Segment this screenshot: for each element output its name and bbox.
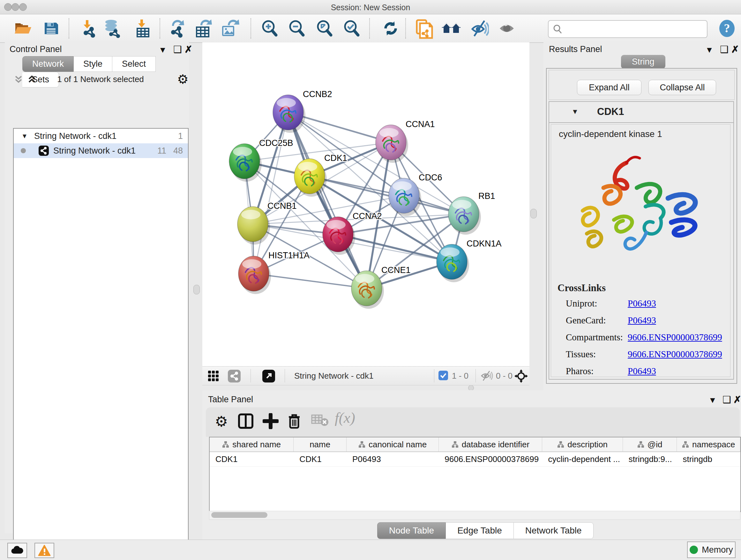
cloud-status-button[interactable] bbox=[7, 543, 27, 558]
column-header--id[interactable]: @id bbox=[623, 437, 677, 451]
zoom-out-button[interactable] bbox=[287, 19, 305, 38]
grid-view-icon[interactable] bbox=[207, 370, 219, 382]
column-header-name[interactable]: name bbox=[293, 437, 347, 451]
close-panel-icon[interactable]: ✗ bbox=[185, 44, 192, 55]
tab-select[interactable]: Select bbox=[112, 56, 156, 72]
table-horizontal-scrollbar[interactable] bbox=[209, 511, 740, 520]
float-panel-icon[interactable]: ❑ bbox=[720, 44, 729, 55]
crosslink-link[interactable]: P06493 bbox=[628, 298, 656, 309]
hierarchy-icon bbox=[637, 441, 644, 448]
table-cell[interactable]: P06493 bbox=[347, 452, 439, 466]
function-builder-icon[interactable]: f(x) bbox=[335, 409, 355, 426]
close-panel-icon[interactable]: ✗ bbox=[733, 394, 741, 405]
close-panel-icon[interactable]: ✗ bbox=[731, 44, 739, 55]
crosslink-link[interactable]: 9606.ENSP00000378699 bbox=[628, 349, 722, 360]
column-header-canonical-name[interactable]: canonical name bbox=[347, 437, 439, 451]
refresh-view-button[interactable] bbox=[382, 19, 400, 38]
search-input[interactable] bbox=[565, 23, 704, 35]
right-splitter-handle[interactable] bbox=[530, 209, 537, 219]
level-of-detail-button[interactable] bbox=[498, 19, 516, 38]
gene-section-header[interactable]: ▼ CDK1 bbox=[549, 102, 733, 123]
tab-node-table[interactable]: Node Table bbox=[377, 522, 446, 539]
detach-view-icon[interactable] bbox=[262, 370, 275, 382]
table-cell[interactable]: stringdb bbox=[677, 452, 740, 466]
tab-network[interactable]: Network bbox=[22, 56, 74, 72]
network-canvas[interactable]: CCNB2CCNA1CDC25BCDK1CDC6RB1CCNB1CCNA2CDK… bbox=[202, 43, 529, 366]
import-table-button[interactable] bbox=[133, 19, 151, 38]
network-view-share-icon[interactable] bbox=[228, 370, 241, 382]
show-columns-icon[interactable] bbox=[238, 413, 254, 429]
export-image-button[interactable] bbox=[220, 19, 238, 38]
tab-network-table[interactable]: Network Table bbox=[514, 522, 594, 539]
tab-edge-table[interactable]: Edge Table bbox=[446, 522, 514, 539]
network-node-cdc25b[interactable]: CDC25B bbox=[229, 138, 293, 182]
network-options-gear-icon[interactable]: ⚙ bbox=[177, 72, 189, 86]
network-node-ccnb2[interactable]: CCNB2 bbox=[273, 89, 332, 133]
table-row[interactable]: CDK1CDK1P064939606.ENSP00000378699cyclin… bbox=[210, 452, 740, 467]
zoom-selected-button[interactable] bbox=[342, 19, 360, 38]
left-splitter-handle[interactable] bbox=[193, 285, 200, 294]
delete-table-icon[interactable] bbox=[311, 413, 329, 427]
open-session-button[interactable] bbox=[13, 19, 31, 38]
save-session-button[interactable] bbox=[42, 19, 60, 38]
collapse-all-button[interactable]: Collapse All bbox=[649, 80, 716, 95]
column-header-description[interactable]: description bbox=[542, 437, 623, 451]
crosslink-row: GeneCard:P06493 bbox=[551, 312, 730, 329]
selected-checkbox-icon[interactable] bbox=[439, 371, 448, 380]
crosslink-link[interactable]: P06493 bbox=[628, 366, 656, 376]
float-panel-icon[interactable]: ❑ bbox=[723, 394, 731, 405]
table-cell[interactable]: CDK1 bbox=[210, 452, 293, 466]
import-network-button[interactable] bbox=[79, 19, 97, 38]
network-node-ccne1[interactable]: CCNE1 bbox=[351, 265, 411, 309]
network-graph[interactable]: CCNB2CCNA1CDC25BCDK1CDC6RB1CCNB1CCNA2CDK… bbox=[202, 43, 529, 366]
delete-column-trash-icon[interactable] bbox=[287, 413, 301, 429]
export-network-button[interactable] bbox=[168, 19, 186, 38]
table-cell[interactable]: stringdb:9... bbox=[623, 452, 677, 466]
tab-string[interactable]: String bbox=[621, 55, 665, 69]
panel-menu-icon[interactable]: ▼ bbox=[705, 45, 714, 55]
export-table-button[interactable] bbox=[194, 19, 212, 38]
panel-menu-icon[interactable]: ▼ bbox=[158, 45, 167, 55]
network-node-hist1h1a[interactable]: HIST1H1A bbox=[239, 251, 310, 294]
help-button[interactable]: ? bbox=[718, 19, 737, 38]
section-expander-icon[interactable]: ▼ bbox=[571, 108, 579, 116]
network-node-rb1[interactable]: RB1 bbox=[448, 191, 495, 235]
network-row[interactable]: String Network - cdk1 11 48 bbox=[14, 143, 188, 158]
collapse-all-icon[interactable] bbox=[14, 74, 23, 84]
network-node-cdkn1a[interactable]: CDKN1A bbox=[436, 239, 502, 282]
column-header-namespace[interactable]: namespace bbox=[677, 437, 740, 451]
panel-menu-icon[interactable]: ▼ bbox=[709, 395, 717, 405]
float-panel-icon[interactable]: ❑ bbox=[173, 44, 182, 55]
zoom-in-button[interactable] bbox=[260, 19, 278, 38]
network-node-cdc6[interactable]: CDC6 bbox=[389, 173, 442, 216]
hidden-eye-icon[interactable] bbox=[481, 370, 493, 381]
table-cell[interactable]: cyclin-dependent ... bbox=[542, 452, 623, 466]
scrollbar-thumb[interactable] bbox=[211, 512, 267, 518]
table-cell[interactable]: CDK1 bbox=[293, 452, 347, 466]
network-edge[interactable] bbox=[288, 112, 367, 288]
table-settings-gear-icon[interactable]: ⚙ bbox=[215, 413, 228, 430]
collection-expander-icon[interactable]: ▼ bbox=[21, 129, 28, 143]
zoom-fit-button[interactable] bbox=[315, 19, 333, 38]
add-column-icon[interactable] bbox=[263, 413, 279, 429]
column-header-shared-name[interactable]: shared name bbox=[210, 437, 293, 451]
import-database-button[interactable] bbox=[103, 19, 121, 38]
expand-all-button[interactable]: Expand All bbox=[577, 80, 642, 95]
memory-button[interactable]: Memory bbox=[687, 542, 736, 558]
node-label: CCNB2 bbox=[303, 89, 332, 99]
network-node-cdk1[interactable]: CDK1 bbox=[294, 153, 347, 197]
crosslink-link[interactable]: 9606.ENSP00000378699 bbox=[628, 332, 722, 343]
home-networks-button[interactable] bbox=[441, 19, 459, 38]
table-cell[interactable]: 9606.ENSP00000378699 bbox=[439, 452, 542, 466]
tab-style[interactable]: Style bbox=[74, 56, 112, 72]
warnings-button[interactable] bbox=[35, 543, 54, 558]
clone-network-button[interactable] bbox=[415, 19, 433, 38]
network-collection-row[interactable]: ▼ String Network - cdk1 1 bbox=[14, 129, 188, 143]
show-hide-graphics-button[interactable] bbox=[470, 19, 488, 38]
expand-all-icon[interactable] bbox=[27, 74, 37, 84]
column-header-database-identifier[interactable]: database identifier bbox=[439, 437, 542, 451]
crosslink-link[interactable]: P06493 bbox=[628, 315, 656, 326]
fit-content-crosshair-icon[interactable] bbox=[515, 369, 528, 383]
crosslink-label: Tissues: bbox=[566, 349, 596, 360]
network-edge[interactable] bbox=[254, 112, 288, 273]
